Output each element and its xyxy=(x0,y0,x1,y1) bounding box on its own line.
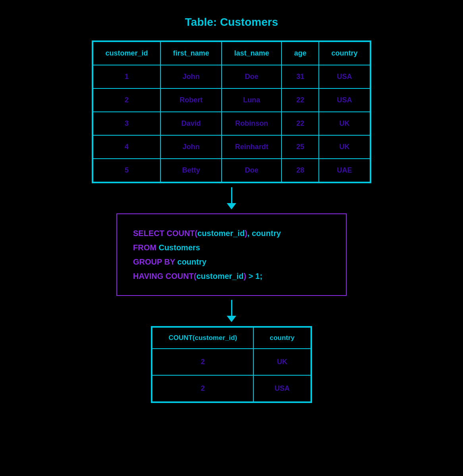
table-cell-last_name: Luna xyxy=(222,88,282,112)
table-cell-country: USA xyxy=(319,88,370,112)
sql-count-arg: customer_id xyxy=(197,229,245,238)
table-cell-first_name: John xyxy=(160,135,222,159)
table-header-row: customer_id first_name last_name age cou… xyxy=(93,42,370,65)
table-row: 4JohnReinhardt25UK xyxy=(93,135,370,159)
arrow-head xyxy=(227,203,236,209)
sql-having-condition: > 1; xyxy=(246,272,262,280)
result-cell-count: 2 xyxy=(152,375,253,402)
table-cell-age: 22 xyxy=(282,88,319,112)
col-first-name: first_name xyxy=(160,42,222,65)
sql-count-close: ) xyxy=(245,229,247,238)
sql-select-plain: , country xyxy=(247,229,281,238)
table-cell-last_name: Doe xyxy=(222,65,282,88)
table-cell-age: 25 xyxy=(282,135,319,159)
table-cell-first_name: Betty xyxy=(160,159,222,182)
arrow-to-result xyxy=(227,300,236,322)
sql-count-keyword: COUNT( xyxy=(166,229,197,238)
arrow-head-2 xyxy=(227,316,236,322)
sql-select-keyword: SELECT xyxy=(133,229,166,238)
table-cell-first_name: Robert xyxy=(160,88,222,112)
result-header-row: COUNT(customer_id) country xyxy=(152,327,311,349)
table-cell-country: UK xyxy=(319,112,370,135)
table-cell-last_name: Reinhardt xyxy=(222,135,282,159)
sql-having-count-arg: customer_id xyxy=(197,272,244,280)
sql-line-2: FROM Customers xyxy=(133,240,330,255)
result-cell-country: USA xyxy=(253,375,311,402)
col-country: country xyxy=(319,42,370,65)
arrow-to-sql xyxy=(227,187,236,209)
table-cell-country: UK xyxy=(319,135,370,159)
sql-having-count-keyword: COUNT( xyxy=(166,272,197,280)
result-col-country: country xyxy=(253,327,311,349)
sql-line-1: SELECT COUNT(customer_id), country xyxy=(133,226,330,240)
customers-table-body: 1JohnDoe31USA2RobertLuna22USA3DavidRobin… xyxy=(93,65,370,182)
sql-having-keyword: HAVING xyxy=(133,272,166,280)
result-col-count: COUNT(customer_id) xyxy=(152,327,253,349)
arrow-line-2 xyxy=(231,300,232,316)
table-cell-age: 22 xyxy=(282,112,319,135)
table-row: 2RobertLuna22USA xyxy=(93,88,370,112)
result-table-body: 2UK2USA xyxy=(152,349,311,402)
page-title: Table: Customers xyxy=(185,16,278,29)
table-cell-customer_id: 4 xyxy=(93,135,160,159)
customers-table: customer_id first_name last_name age cou… xyxy=(93,41,370,182)
table-row: 3DavidRobinson22UK xyxy=(93,112,370,135)
sql-groupby-plain: country xyxy=(175,257,206,266)
table-cell-customer_id: 2 xyxy=(93,88,160,112)
result-row: 2USA xyxy=(152,375,311,402)
table-row: 5BettyDoe28UAE xyxy=(93,159,370,182)
sql-from-keyword: FROM xyxy=(133,243,156,252)
result-table: COUNT(customer_id) country 2UK2USA xyxy=(152,327,311,402)
table-cell-country: USA xyxy=(319,65,370,88)
table-cell-last_name: Robinson xyxy=(222,112,282,135)
arrow-line xyxy=(231,187,232,203)
result-cell-count: 2 xyxy=(152,349,253,375)
table-cell-age: 28 xyxy=(282,159,319,182)
sql-from-plain: Customers xyxy=(156,243,200,252)
table-cell-last_name: Doe xyxy=(222,159,282,182)
result-table-wrapper: COUNT(customer_id) country 2UK2USA xyxy=(151,326,312,403)
customers-table-wrapper: customer_id first_name last_name age cou… xyxy=(92,40,371,183)
table-row: 1JohnDoe31USA xyxy=(93,65,370,88)
table-cell-customer_id: 5 xyxy=(93,159,160,182)
sql-box: SELECT COUNT(customer_id), country FROM … xyxy=(116,213,347,296)
result-row: 2UK xyxy=(152,349,311,375)
table-cell-customer_id: 1 xyxy=(93,65,160,88)
sql-groupby-keyword: GROUP BY xyxy=(133,257,175,266)
table-cell-customer_id: 3 xyxy=(93,112,160,135)
table-cell-first_name: David xyxy=(160,112,222,135)
sql-line-4: HAVING COUNT(customer_id) > 1; xyxy=(133,269,330,283)
col-age: age xyxy=(282,42,319,65)
sql-line-3: GROUP BY country xyxy=(133,255,330,269)
table-cell-age: 31 xyxy=(282,65,319,88)
result-cell-country: UK xyxy=(253,349,311,375)
table-cell-first_name: John xyxy=(160,65,222,88)
table-cell-country: UAE xyxy=(319,159,370,182)
col-customer-id: customer_id xyxy=(93,42,160,65)
col-last-name: last_name xyxy=(222,42,282,65)
